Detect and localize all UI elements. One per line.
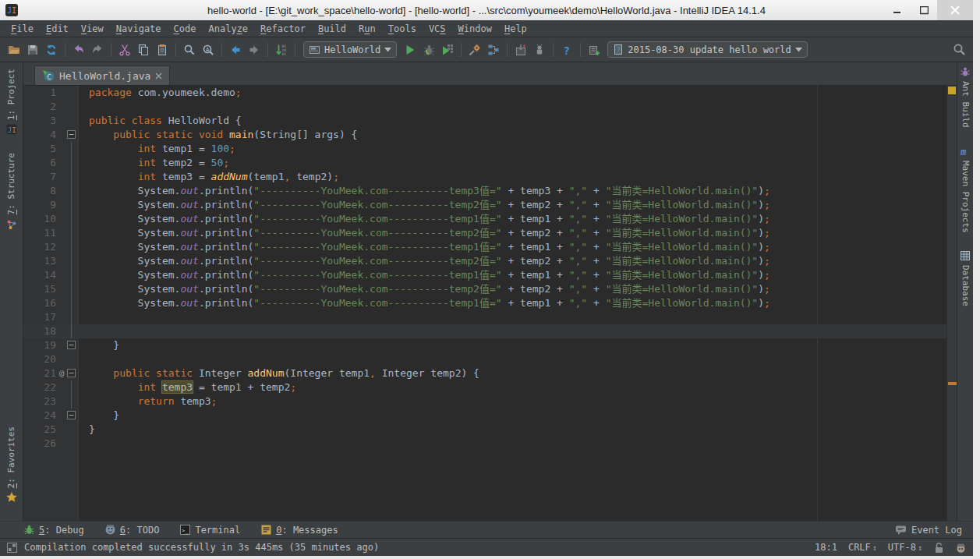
inspector-icon[interactable] [955, 542, 967, 554]
tab-helloworld-java[interactable]: C HelloWorld.java [34, 65, 170, 85]
code-line[interactable]: 13 System.out.println("----------YouMeek… [23, 254, 946, 268]
code-line[interactable]: 3public class HelloWorld { [23, 114, 946, 128]
menu-item-code[interactable]: Code [168, 22, 203, 36]
unlock-icon[interactable] [933, 542, 944, 554]
paste-button[interactable] [153, 41, 172, 59]
fold-minus-icon[interactable] [67, 341, 76, 349]
code-line[interactable]: 12 System.out.println("----------YouMeek… [23, 240, 946, 254]
project-structure-button[interactable] [484, 41, 503, 59]
code-line[interactable]: 25} [23, 423, 946, 437]
open-folder-button[interactable] [5, 41, 23, 59]
menu-item-window[interactable]: Window [452, 22, 498, 36]
code-line[interactable]: 16 System.out.println("----------YouMeek… [23, 296, 946, 310]
menu-item-navigate[interactable]: Navigate [110, 22, 168, 36]
fold-region [65, 240, 78, 254]
tool-button-6-todo[interactable]: 6: TODO [104, 524, 160, 536]
code-line[interactable]: 6 int temp2 = 50; [23, 156, 946, 170]
tool-button-terminal[interactable]: >_Terminal [179, 524, 240, 536]
code-line[interactable]: 19 } [23, 338, 946, 352]
synchronize-button[interactable] [42, 41, 61, 59]
menu-item-analyze[interactable]: Analyze [203, 22, 255, 36]
code-line[interactable]: 7 int temp3 = addNum(temp1, temp2); [23, 170, 946, 184]
help-button[interactable]: ? [557, 41, 576, 59]
status-widget-18-1[interactable]: 18:1 [815, 542, 837, 553]
menu-item-run[interactable]: Run [352, 22, 382, 36]
menu-item-edit[interactable]: Edit [40, 22, 75, 36]
code-line[interactable]: 9 System.out.println("----------YouMeek.… [23, 198, 946, 212]
run-configuration-combo[interactable]: HelloWorld [303, 41, 397, 58]
run-button[interactable] [401, 41, 419, 59]
code-line[interactable]: 21@ public static Integer addNum(Integer… [23, 366, 946, 380]
tool-button-7-structure[interactable]: 7: Structure [5, 153, 18, 230]
code-line[interactable]: 14 System.out.println("----------YouMeek… [23, 268, 946, 282]
minimize-button[interactable] [884, 0, 911, 20]
code-line[interactable]: 11 System.out.println("----------YouMeek… [23, 226, 946, 240]
forward-button[interactable] [245, 41, 264, 59]
settings-button[interactable] [465, 41, 484, 59]
code-line[interactable]: 4 public static void main(String[] args)… [23, 128, 946, 142]
maximize-button[interactable] [911, 0, 937, 20]
redo-button[interactable] [88, 41, 107, 59]
search-everywhere-button[interactable] [950, 41, 968, 59]
menu-item-view[interactable]: View [75, 22, 110, 36]
code-line[interactable]: 23 return temp3; [23, 394, 946, 409]
tool-button-5-debug[interactable]: 5: Debug [23, 524, 84, 536]
code-line[interactable]: 8 System.out.println("----------YouMeek.… [23, 184, 946, 198]
debug-button[interactable] [419, 41, 438, 59]
menu-item-help[interactable]: Help [498, 22, 533, 36]
status-widget-crlf[interactable]: CRLF↕ [848, 542, 877, 553]
android-button[interactable] [530, 41, 549, 59]
vcs-message-combo[interactable]: ?2015-08-30 update hello world [607, 41, 808, 58]
tool-button-maven-projects[interactable]: mMaven Projects [959, 145, 971, 233]
fold-minus-icon[interactable] [67, 369, 76, 377]
error-stripe[interactable] [946, 86, 957, 521]
code-line[interactable]: 10 System.out.println("----------YouMeek… [23, 212, 946, 226]
code-line[interactable]: 18 [23, 324, 946, 338]
copy-button[interactable] [134, 41, 153, 59]
menu-item-refactor[interactable]: Refactor [254, 22, 312, 36]
fold-minus-icon[interactable] [67, 411, 76, 419]
run-coverage-button[interactable] [438, 41, 457, 59]
find-button[interactable] [180, 41, 199, 59]
toolwindow-toggle-icon[interactable] [6, 542, 18, 554]
fold-region[interactable] [65, 128, 78, 142]
close-tab-icon[interactable] [155, 73, 162, 80]
code-line[interactable]: 15 System.out.println("----------YouMeek… [23, 282, 946, 296]
tool-button-event-log[interactable]: Event Log [895, 525, 962, 536]
tool-button-0-messages[interactable]: 0: Messages [260, 524, 338, 536]
code-line[interactable]: 5 int temp1 = 100; [23, 142, 946, 156]
status-widget-utf-8[interactable]: UTF-8↕ [888, 542, 922, 553]
fold-region[interactable] [65, 338, 78, 352]
menu-item-vcs[interactable]: VCS [423, 22, 452, 36]
vcs-commit-button[interactable] [585, 41, 603, 59]
fold-minus-icon[interactable] [67, 130, 76, 139]
fold-region[interactable] [65, 366, 78, 380]
menu-item-tools[interactable]: Tools [382, 22, 423, 36]
back-button[interactable] [226, 41, 245, 59]
code-line[interactable]: 20 [23, 352, 946, 366]
tool-button-2-favorites[interactable]: 2: Favorites [5, 426, 18, 504]
code-line[interactable]: 26 [23, 437, 946, 451]
compare-history-button[interactable]: 011001 [272, 41, 291, 59]
fold-region[interactable] [65, 409, 78, 423]
tool-button-database[interactable]: Database [959, 249, 971, 306]
replace-button[interactable]: A [199, 41, 218, 59]
code-line[interactable]: 22 int temp3 = temp1 + temp2; [23, 380, 946, 394]
undo-button[interactable] [69, 41, 88, 59]
code-line[interactable]: 1package com.youmeek.demo; [23, 86, 946, 100]
inspection-status-indicator[interactable] [948, 87, 956, 94]
code-line[interactable]: 24 } [23, 409, 946, 423]
code-editor[interactable]: 1package com.youmeek.demo;23public class… [23, 86, 946, 521]
tool-button-1-project[interactable]: 1: ProjectJI [5, 69, 18, 136]
menu-item-build[interactable]: Build [312, 22, 352, 36]
save-all-button[interactable] [23, 41, 42, 59]
code-line[interactable]: 17 [23, 310, 946, 324]
cut-button[interactable] [115, 41, 134, 59]
warning-stripe-mark[interactable] [948, 382, 957, 385]
close-button[interactable] [937, 0, 973, 20]
install-package-button[interactable] [511, 41, 530, 59]
copy-icon [137, 44, 150, 56]
menu-item-file[interactable]: File [5, 22, 40, 36]
code-line[interactable]: 2 [23, 100, 946, 114]
tool-button-ant-build[interactable]: Ant Build [959, 65, 971, 128]
